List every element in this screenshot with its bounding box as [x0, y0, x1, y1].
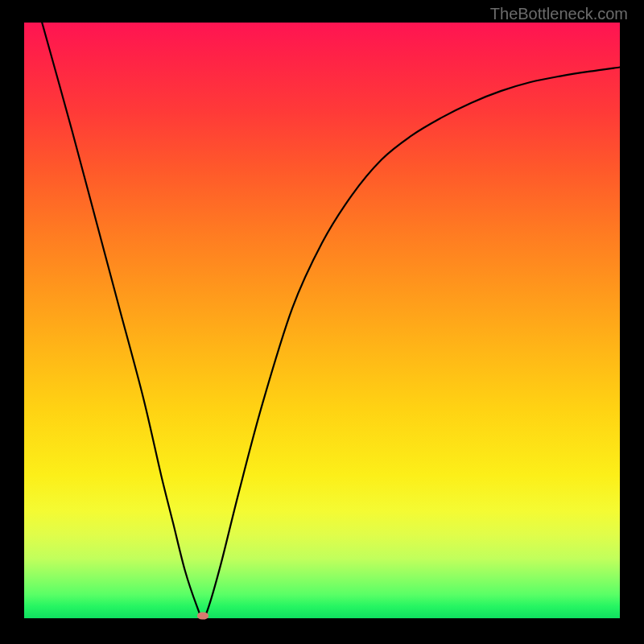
curve-path: [42, 23, 620, 618]
minimum-marker: [197, 613, 208, 620]
bottleneck-curve: [24, 23, 620, 618]
chart-container: TheBottleneck.com: [0, 0, 644, 644]
watermark-text: TheBottleneck.com: [490, 5, 628, 23]
plot-area: [24, 23, 620, 618]
